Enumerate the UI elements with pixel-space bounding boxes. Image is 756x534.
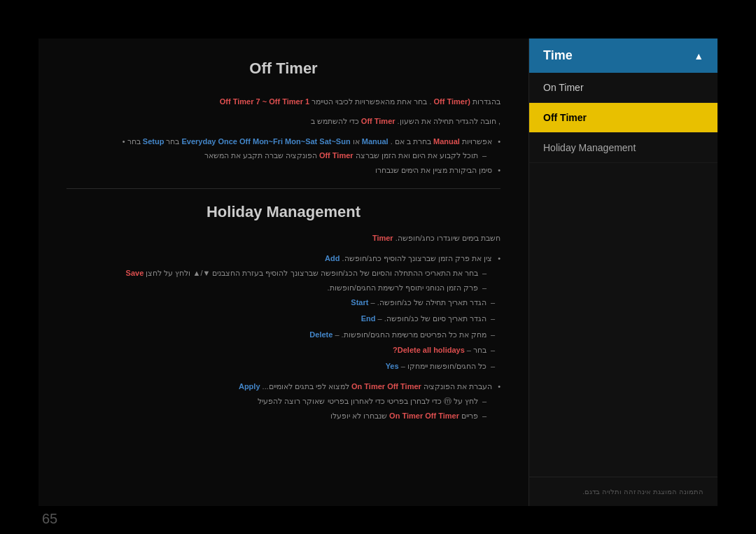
section-divider bbox=[66, 188, 500, 189]
line2-prefix: כדי להשתמש ב bbox=[311, 117, 359, 125]
add-sub1: בחר את התאריכי ההתחלה והסיום של הכג/חופש… bbox=[66, 266, 492, 281]
holiday-intro: חשבת בימים שיוגדרו כחג/חופשה. Timer bbox=[66, 232, 500, 246]
main-container: Off Timer בהגדרות (Off Timer . בחר אחת מ… bbox=[38, 38, 718, 506]
sidebar-item-holiday[interactable]: Holiday Management bbox=[529, 133, 718, 163]
bullet-setup: אפשרויות Manual בחרת ב אם . Manual או Ev… bbox=[66, 134, 500, 164]
off-timer-bullets: אפשרויות Manual בחרת ב אם . Manual או Ev… bbox=[66, 134, 500, 178]
sidebar-title: Time bbox=[543, 48, 573, 63]
off-timer-line1: בהגדרות (Off Timer . בחר אחת מהאפשרויות … bbox=[66, 95, 500, 109]
dash-yes: כל החגים/חופשות יימחקו – Yes bbox=[66, 359, 500, 374]
off-timer-line2: , חובה להגדיר תחילה את השעון. Off Timer … bbox=[66, 115, 500, 129]
sidebar-item-on-timer[interactable]: On Timer bbox=[529, 73, 718, 103]
dash-delete-all: בחר – Delete all holidays? bbox=[66, 343, 500, 358]
dash-start: הגדר תאריך תחילה של כג/חופשה. – Start bbox=[66, 295, 500, 310]
apply-bullets: העברת את הפונקציה On Timer Off Timer למצ… bbox=[66, 379, 500, 423]
line1-prefix: בהגדרות bbox=[470, 97, 500, 106]
line1-middle: . בחר אחת מהאפשרויות לכיבוי הטיימר bbox=[309, 97, 431, 106]
sidebar-header: Time ▲ bbox=[529, 38, 718, 73]
holiday-title: Holiday Management bbox=[66, 203, 500, 221]
line1-highlight2: Off Timer 7 ~ Off Timer 1 bbox=[220, 97, 309, 106]
add-sub2: פרק הזמן הנוחני יתוסף לרשימת החגים/חופשו… bbox=[66, 281, 492, 295]
line2-suffix: , חובה להגדיר תחילה את השעון. bbox=[396, 117, 500, 125]
sidebar-note: התמונה המוצגת אינה זהה ותלויה בדגם. bbox=[529, 477, 718, 506]
holiday-bullets: צין את פרק הזמן שברצונך להוסיף כחג/חופשה… bbox=[66, 251, 500, 295]
page-number: 65 bbox=[42, 511, 57, 527]
bullet-setup-sub: תוכל לקבוע את היום ואת הזמן שברצה Off Ti… bbox=[66, 148, 492, 163]
sidebar-item-off-timer[interactable]: Off Timer bbox=[529, 103, 718, 133]
apply-sub1: לחץ על ⓜ כדי לבחרן בפריטי כדי לאחרון בפר… bbox=[66, 394, 492, 409]
sidebar: Time ▲ On Timer Off Timer Holiday Manage… bbox=[528, 38, 718, 506]
line2-highlight: Off Timer bbox=[361, 117, 396, 125]
bullet-apply: העברת את הפונקציה On Timer Off Timer למצ… bbox=[66, 379, 500, 423]
bullet-add: צין את פרק הזמן שברצונך להוסיף כחג/חופשה… bbox=[66, 251, 500, 295]
dash-end: הגדר תאריך סיום של כג/חופשה. – End bbox=[66, 311, 500, 326]
chevron-up-icon[interactable]: ▲ bbox=[694, 50, 704, 62]
apply-sub2: פריים On Timer Off Timer שנבחרו לא יופעל… bbox=[66, 409, 492, 423]
dash-delete: מחק את כל הפריטים מרשימת החגים/חופשות. –… bbox=[66, 328, 500, 342]
bullet-checkmark: סימן הביקורת מציין את הימים שנבחרו bbox=[66, 163, 500, 178]
off-timer-title: Off Timer bbox=[66, 59, 500, 78]
line1-highlight1: (Off Timer bbox=[434, 97, 470, 106]
content-area: Off Timer בהגדרות (Off Timer . בחר אחת מ… bbox=[38, 38, 528, 506]
